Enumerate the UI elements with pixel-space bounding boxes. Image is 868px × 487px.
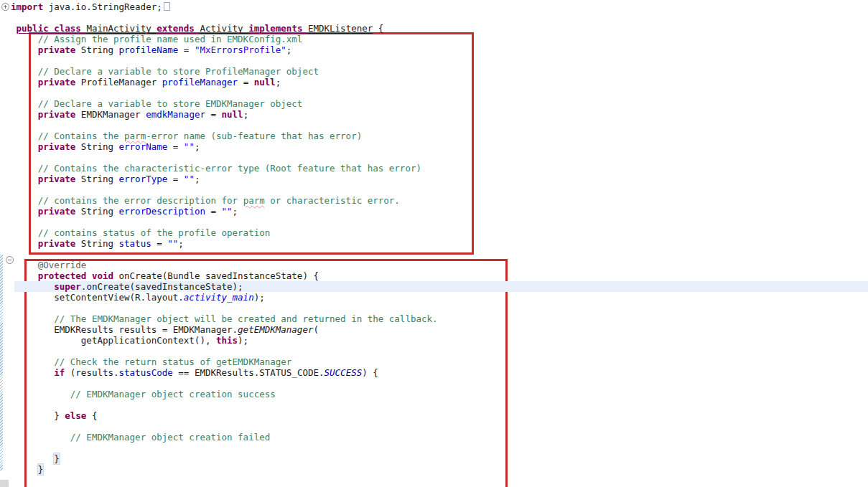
code-token [11,34,38,44]
code-line[interactable] [11,184,438,195]
code-line[interactable] [11,120,438,131]
code-token: } [38,464,44,475]
code-token: String [75,206,118,217]
code-token: errorName [119,141,168,152]
code-token [11,66,38,77]
code-line[interactable]: private String errorType = ""; [11,174,438,184]
code-token: = [238,77,254,88]
code-token [11,453,54,464]
code-line[interactable]: // Declare a variable to store ProfileMa… [11,66,438,77]
code-line[interactable]: private ProfileManager profileManager = … [11,77,438,88]
code-line[interactable]: setContentView(R.layout.activity_main); [11,292,438,303]
code-line[interactable]: } else { [11,410,438,421]
code-line[interactable]: // The EMDKManager object will be create… [11,313,438,324]
code-line[interactable]: public class MainActivity extends Activi… [11,23,438,34]
code-line[interactable] [11,12,438,23]
code-token: { [86,410,97,421]
code-token [11,206,38,217]
code-line[interactable]: } [11,464,438,475]
code-token: ; [233,206,238,217]
code-token: if [54,367,65,378]
code-line[interactable]: // Contains the characteristic-error typ… [11,163,438,174]
code-token: errorType [119,174,168,184]
code-token: statusCode [119,367,173,378]
code-token: String [75,141,118,152]
code-line[interactable]: // EMDKManager object creation success [11,389,438,399]
code-line[interactable] [11,217,438,227]
code-line[interactable]: private String errorName = ""; [11,141,438,152]
code-token [11,195,38,206]
code-token: ; [195,141,200,152]
code-token: getApplicationContext(), [11,335,216,346]
code-line[interactable] [11,399,438,410]
code-token: // Declare a variable to store ProfileMa… [38,66,319,77]
code-token: EMDKResults results = EMDKManager. [11,324,238,335]
code-line[interactable] [11,443,438,453]
code-line[interactable]: @Override [11,260,438,270]
code-token: // contains status of the profile operat… [38,227,271,238]
code-line[interactable] [11,421,438,432]
code-token: super [54,281,81,292]
code-line[interactable]: private String errorDescription = ""; [11,206,438,217]
code-token [11,313,54,324]
code-token: = [205,109,222,120]
code-token [11,464,38,475]
code-token: ; [286,44,292,55]
code-token [11,356,54,367]
code-line[interactable]: // EMDKManager object creation failed [11,432,438,443]
code-line[interactable]: // Check the return status of getEMDKMan… [11,356,438,367]
code-token [11,23,17,34]
code-line[interactable] [11,152,438,163]
code-token: parm [243,195,265,206]
code-line[interactable]: // Assign the profile name used in EMDKC… [11,34,438,44]
code-token [11,141,38,152]
code-token: // Assign the profile name used in EMDKC… [38,34,303,44]
code-token: // The EMDKManager object will be create… [54,313,437,324]
code-token: status [119,238,151,249]
code-line[interactable]: // Declare a variable to store EMDKManag… [11,98,438,109]
code-token [11,270,38,281]
code-token: (results. [65,367,118,378]
code-token: java.io.StringReader; [43,1,162,12]
code-token: "MxErrorsProfile" [195,44,286,55]
code-token: ; [276,77,281,88]
code-line[interactable] [11,88,438,98]
code-token: ; [243,109,249,120]
code-line[interactable] [11,378,438,389]
code-token: else [65,410,86,421]
code-line[interactable] [11,346,438,356]
code-token [11,281,54,292]
code-token: this [216,335,238,346]
code-line[interactable]: protected void onCreate(Bundle savedInst… [11,270,438,281]
code-token: = [167,141,184,152]
code-line[interactable]: // contains status of the profile operat… [11,227,438,238]
code-line[interactable]: // contains the error description for pa… [11,195,438,206]
code-token: // EMDKManager object creation failed [70,432,270,443]
code-token: getEMDKManager [238,324,313,335]
code-line[interactable]: private String status = ""; [11,238,438,249]
code-token: implements [248,23,308,34]
code-token: null [254,77,276,88]
code-line[interactable]: if (results.statusCode == EMDKResults.ST… [11,367,438,378]
code-line[interactable] [11,303,438,313]
code-token: } [54,453,60,464]
code-line[interactable]: // Contains the parm-error name (sub-fea… [11,131,438,141]
code-token [11,109,38,120]
code-token: parm [124,131,146,141]
code-line[interactable]: private EMDKManager emdkManager = null; [11,109,438,120]
code-token: EMDKListener [308,23,373,34]
code-area[interactable]: import java.io.StringReader; public clas… [11,1,438,475]
code-line[interactable]: } [11,453,438,464]
code-line[interactable] [11,249,438,260]
code-line[interactable] [11,55,438,66]
code-line[interactable]: import java.io.StringReader; [11,1,438,12]
code-line[interactable]: private String profileName = "MxErrorsPr… [11,44,438,55]
code-token: "" [184,174,195,184]
code-token: .onCreate(savedInstanceState); [81,281,243,292]
code-token: activity_main [184,292,254,303]
code-line[interactable]: EMDKResults results = EMDKManager.getEMD… [11,324,438,335]
code-line[interactable]: super.onCreate(savedInstanceState); [11,281,438,292]
fold-expand-icon[interactable] [1,3,9,11]
code-line[interactable]: getApplicationContext(), this); [11,335,438,346]
code-token [11,227,38,238]
